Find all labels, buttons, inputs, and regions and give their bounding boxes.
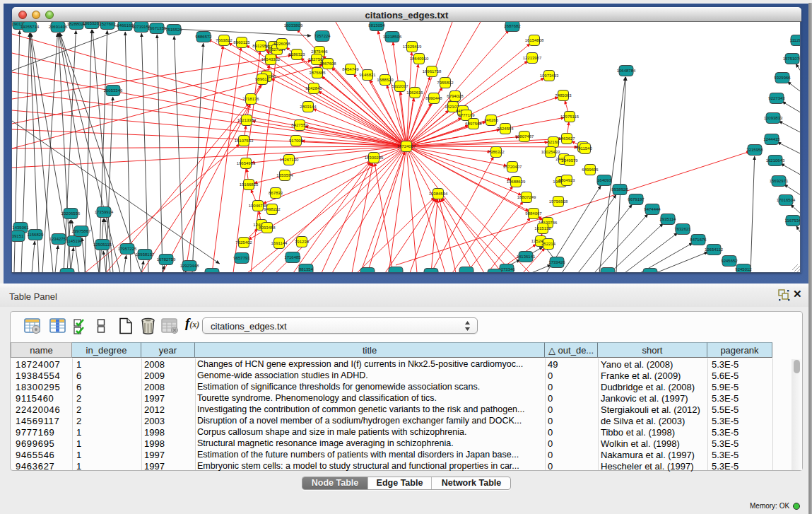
svg-text:2718176: 2718176: [242, 97, 259, 101]
svg-text:9245012: 9245012: [735, 267, 752, 271]
svg-text:7663822: 7663822: [216, 38, 233, 42]
svg-text:18640910: 18640910: [410, 57, 429, 61]
svg-text:10688609: 10688609: [507, 180, 526, 184]
svg-text:23975867: 23975867: [72, 229, 91, 233]
svg-text:14136141: 14136141: [517, 255, 536, 259]
svg-text:19654983: 19654983: [237, 161, 256, 165]
svg-text:1716485: 1716485: [284, 255, 301, 259]
svg-text:10654112: 10654112: [705, 247, 724, 252]
svg-text:9227343: 9227343: [768, 96, 785, 100]
svg-text:10025433: 10025433: [541, 150, 560, 154]
svg-text:2803144: 2803144: [300, 105, 317, 109]
svg-text:20206556: 20206556: [61, 211, 81, 216]
svg-text:1691144: 1691144: [271, 241, 288, 245]
svg-text:8990448: 8990448: [425, 96, 442, 100]
svg-text:2349579: 2349579: [561, 158, 578, 163]
svg-text:252214: 252214: [541, 242, 556, 246]
svg-text:12505115: 12505115: [93, 243, 112, 247]
svg-text:8960125: 8960125: [233, 40, 250, 45]
svg-text:8454749: 8454749: [342, 67, 359, 71]
svg-text:17359924: 17359924: [95, 210, 114, 214]
svg-text:1527602: 1527602: [99, 22, 116, 26]
svg-text:15751074: 15751074: [783, 57, 801, 61]
svg-text:7386322: 7386322: [488, 150, 505, 154]
svg-text:13325419: 13325419: [403, 45, 422, 49]
svg-text:9245652: 9245652: [721, 259, 738, 263]
svg-text:12923448: 12923448: [180, 264, 199, 268]
svg-text:1353594: 1353594: [276, 173, 293, 177]
svg-text:39151: 39151: [12, 234, 24, 238]
svg-text:1145194: 1145194: [66, 239, 83, 243]
svg-text:12975115: 12975115: [560, 115, 579, 119]
svg-text:20053346: 20053346: [104, 88, 123, 93]
svg-text:911540: 911540: [578, 146, 592, 151]
svg-text:8938928: 8938928: [611, 187, 628, 192]
svg-text:20691406: 20691406: [49, 25, 68, 29]
svg-text:9474444: 9474444: [644, 207, 661, 211]
svg-text:1435061: 1435061: [12, 226, 29, 230]
svg-text:7625402: 7625402: [235, 240, 252, 245]
svg-text:19166825: 19166825: [240, 182, 259, 187]
svg-text:13267130: 13267130: [280, 158, 299, 162]
svg-text:17016504: 17016504: [777, 198, 796, 202]
svg-text:7515526: 7515526: [165, 28, 182, 32]
svg-text:2875466: 2875466: [311, 49, 328, 54]
svg-text:8471676: 8471676: [690, 238, 707, 242]
svg-text:10648784: 10648784: [617, 69, 636, 73]
svg-text:7357224: 7357224: [314, 34, 331, 38]
svg-text:9886572: 9886572: [195, 35, 212, 39]
svg-text:16961758: 16961758: [423, 69, 442, 74]
svg-text:5322037: 5322037: [392, 84, 408, 88]
svg-text:8427552: 8427552: [291, 123, 308, 127]
svg-text:12213383: 12213383: [237, 118, 257, 122]
svg-text:746266: 746266: [484, 118, 499, 122]
svg-text:164093: 164093: [597, 178, 612, 182]
svg-text:15720407: 15720407: [503, 165, 522, 169]
svg-text:1244415: 1244415: [763, 137, 780, 141]
svg-text:16033809: 16033809: [284, 23, 303, 28]
svg-text:1167534: 1167534: [785, 218, 801, 223]
svg-text:19384554: 19384554: [429, 192, 448, 196]
svg-text:16154808: 16154808: [525, 38, 544, 42]
svg-text:1156829: 1156829: [28, 233, 45, 237]
svg-text:3875685: 3875685: [309, 71, 326, 75]
svg-text:9146821: 9146821: [359, 73, 376, 77]
svg-text:1112954: 1112954: [790, 38, 801, 42]
svg-text:9657791: 9657791: [233, 256, 250, 260]
svg-text:16671355: 16671355: [148, 26, 167, 30]
svg-text:19756928: 19756928: [549, 199, 568, 204]
svg-text:19218506: 19218506: [383, 35, 402, 39]
svg-text:7955812: 7955812: [437, 81, 454, 85]
svg-text:15692971: 15692971: [770, 179, 789, 183]
svg-text:881354: 881354: [299, 267, 314, 271]
svg-text:867833: 867833: [269, 191, 283, 195]
svg-text:1733426: 1733426: [548, 260, 565, 264]
svg-text:16543362: 16543362: [261, 57, 281, 62]
svg-text:9884067: 9884067: [525, 211, 542, 216]
svg-text:12213967: 12213967: [523, 56, 542, 60]
svg-text:12093833: 12093833: [764, 116, 783, 120]
svg-text:3624554: 3624554: [497, 127, 514, 131]
svg-text:917006: 917006: [289, 139, 304, 143]
svg-text:1588520: 1588520: [377, 78, 394, 82]
svg-text:7632621: 7632621: [674, 227, 691, 231]
svg-text:5226058: 5226058: [273, 42, 290, 46]
svg-text:10807487: 10807487: [515, 134, 534, 139]
svg-text:16782759: 16782759: [157, 257, 176, 262]
svg-text:8093488: 8093488: [259, 226, 276, 230]
svg-text:6679197: 6679197: [628, 197, 645, 201]
svg-text:9498222: 9498222: [264, 207, 281, 211]
svg-text:10973493: 10973493: [540, 74, 559, 78]
svg-text:16107553: 16107553: [235, 139, 254, 143]
svg-text:9242848: 9242848: [305, 86, 322, 90]
svg-text:9777169: 9777169: [458, 113, 475, 117]
svg-text:16210643: 16210643: [766, 158, 785, 163]
svg-text:989612: 989612: [255, 77, 270, 81]
svg-text:6897568: 6897568: [465, 122, 482, 126]
svg-text:2935114: 2935114: [660, 217, 677, 221]
svg-text:18300295: 18300295: [365, 156, 384, 160]
svg-text:7485063: 7485063: [555, 93, 572, 98]
svg-text:2687682: 2687682: [504, 24, 521, 28]
svg-text:791234: 791234: [295, 240, 310, 244]
svg-text:6794028: 6794028: [447, 94, 464, 98]
